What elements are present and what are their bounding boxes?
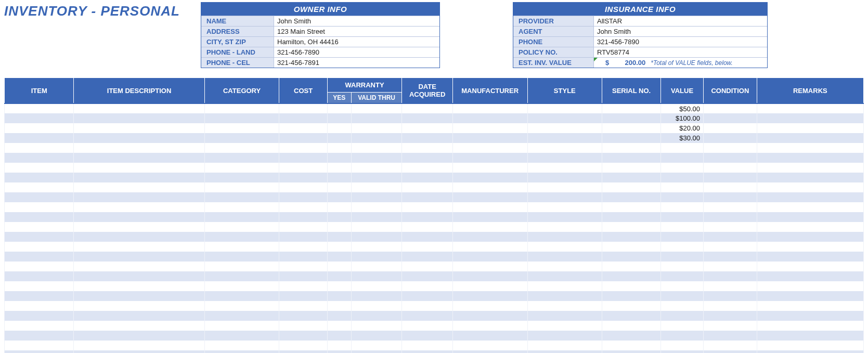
cell-style[interactable] — [527, 311, 602, 321]
cell-cat[interactable] — [204, 281, 279, 291]
cell-item[interactable] — [5, 281, 74, 291]
cell-cat[interactable] — [204, 143, 279, 153]
cell-manu[interactable] — [452, 202, 527, 212]
cell-wthru[interactable] — [351, 301, 401, 311]
cell-cost[interactable] — [279, 321, 327, 331]
cell-value[interactable] — [661, 311, 704, 321]
cell-date[interactable] — [402, 163, 452, 173]
cell-manu[interactable] — [452, 173, 527, 182]
cell-value[interactable] — [661, 212, 704, 222]
cell-date[interactable] — [402, 311, 452, 321]
cell-item[interactable] — [5, 202, 74, 212]
cell-wyes[interactable] — [327, 222, 351, 232]
cell-cond[interactable] — [704, 222, 757, 232]
cell-desc[interactable] — [74, 262, 204, 271]
cell-wthru[interactable] — [351, 321, 401, 331]
cell-value[interactable] — [661, 143, 704, 153]
cell-date[interactable] — [402, 232, 452, 242]
cell-remarks[interactable] — [757, 252, 863, 262]
cell-cost[interactable] — [279, 113, 327, 123]
cell-serial[interactable] — [602, 222, 661, 232]
cell-item[interactable] — [5, 232, 74, 242]
cell-serial[interactable] — [602, 103, 661, 113]
cell-value[interactable] — [661, 350, 704, 353]
cell-item[interactable] — [5, 153, 74, 163]
cell-cost[interactable] — [279, 242, 327, 252]
cell-cond[interactable] — [704, 173, 757, 182]
cell-desc[interactable] — [74, 311, 204, 321]
cell-manu[interactable] — [452, 252, 527, 262]
cell-item[interactable] — [5, 262, 74, 271]
cell-cat[interactable] — [204, 242, 279, 252]
table-row[interactable]: $50.00 — [5, 103, 864, 113]
cell-cond[interactable] — [704, 113, 757, 123]
cell-value[interactable] — [661, 202, 704, 212]
cell-cost[interactable] — [279, 291, 327, 301]
cell-manu[interactable] — [452, 182, 527, 192]
cell-date[interactable] — [402, 143, 452, 153]
cell-cost[interactable] — [279, 182, 327, 192]
cell-manu[interactable] — [452, 133, 527, 143]
cell-wyes[interactable] — [327, 331, 351, 341]
cell-serial[interactable] — [602, 262, 661, 271]
cell-date[interactable] — [402, 133, 452, 143]
cell-item[interactable] — [5, 291, 74, 301]
cell-cond[interactable] — [704, 163, 757, 173]
table-row[interactable] — [5, 321, 864, 331]
cell-value[interactable] — [661, 262, 704, 271]
cell-remarks[interactable] — [757, 341, 863, 350]
cell-item[interactable] — [5, 350, 74, 353]
cell-wyes[interactable] — [327, 143, 351, 153]
table-row[interactable] — [5, 242, 864, 252]
cell-cond[interactable] — [704, 123, 757, 133]
cell-serial[interactable] — [602, 281, 661, 291]
cell-style[interactable] — [527, 212, 602, 222]
cell-desc[interactable] — [74, 301, 204, 311]
cell-cat[interactable] — [204, 252, 279, 262]
cell-value[interactable] — [661, 242, 704, 252]
cell-wyes[interactable] — [327, 232, 351, 242]
cell-style[interactable] — [527, 252, 602, 262]
table-row[interactable] — [5, 232, 864, 242]
cell-desc[interactable] — [74, 321, 204, 331]
cell-remarks[interactable] — [757, 301, 863, 311]
cell-remarks[interactable] — [757, 350, 863, 353]
cell-manu[interactable] — [452, 123, 527, 133]
cell-style[interactable] — [527, 301, 602, 311]
cell-serial[interactable] — [602, 301, 661, 311]
cell-value[interactable] — [661, 232, 704, 242]
cell-cost[interactable] — [279, 311, 327, 321]
cell-remarks[interactable] — [757, 281, 863, 291]
cell-cond[interactable] — [704, 350, 757, 353]
cell-date[interactable] — [402, 202, 452, 212]
cell-serial[interactable] — [602, 311, 661, 321]
cell-wthru[interactable] — [351, 341, 401, 350]
cell-value[interactable] — [661, 341, 704, 350]
cell-cond[interactable] — [704, 143, 757, 153]
cell-date[interactable] — [402, 281, 452, 291]
cell-cost[interactable] — [279, 331, 327, 341]
cell-style[interactable] — [527, 232, 602, 242]
cell-manu[interactable] — [452, 212, 527, 222]
cell-cond[interactable] — [704, 281, 757, 291]
cell-item[interactable] — [5, 341, 74, 350]
cell-serial[interactable] — [602, 252, 661, 262]
cell-value[interactable] — [661, 321, 704, 331]
cell-style[interactable] — [527, 321, 602, 331]
cell-remarks[interactable] — [757, 153, 863, 163]
owner-name-value[interactable]: John Smith — [274, 16, 439, 26]
cell-serial[interactable] — [602, 133, 661, 143]
cell-desc[interactable] — [74, 113, 204, 123]
cell-cost[interactable] — [279, 350, 327, 353]
table-row[interactable] — [5, 341, 864, 350]
cell-cat[interactable] — [204, 262, 279, 271]
cell-desc[interactable] — [74, 182, 204, 192]
table-row[interactable] — [5, 331, 864, 341]
cell-serial[interactable] — [602, 321, 661, 331]
insurance-agent-value[interactable]: John Smith — [594, 27, 767, 36]
cell-value[interactable] — [661, 331, 704, 341]
cell-wthru[interactable] — [351, 103, 401, 113]
cell-wthru[interactable] — [351, 182, 401, 192]
cell-cond[interactable] — [704, 202, 757, 212]
cell-manu[interactable] — [452, 262, 527, 271]
